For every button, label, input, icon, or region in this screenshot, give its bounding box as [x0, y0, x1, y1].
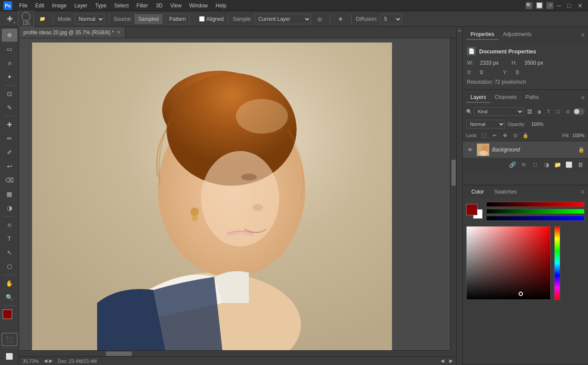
delete-layer-button[interactable]: 🗑: [576, 160, 585, 169]
menu-3d[interactable]: 3D: [152, 2, 166, 10]
layers-filter-select[interactable]: Kind: [474, 107, 524, 116]
diffusion-dropdown[interactable]: 5: [380, 14, 402, 24]
adjustment-button[interactable]: ◑: [542, 160, 551, 169]
close-button[interactable]: ✕: [578, 2, 585, 9]
menu-window[interactable]: Window: [186, 2, 212, 10]
tab-properties[interactable]: Properties: [466, 30, 499, 40]
path-select-tool[interactable]: ↖: [2, 246, 17, 259]
healing-tool-icon[interactable]: ✚ ▾: [3, 13, 16, 25]
lock-image-icon[interactable]: ✏: [490, 132, 498, 139]
properties-panel-menu[interactable]: ≡: [581, 31, 585, 38]
filter-type-icon[interactable]: T: [545, 108, 552, 115]
foreground-color-box[interactable]: [466, 204, 477, 215]
red-slider[interactable]: [486, 202, 585, 207]
maximize-button[interactable]: □: [567, 2, 574, 9]
pen-tool[interactable]: ⎋: [2, 218, 17, 231]
menu-type[interactable]: Type: [91, 2, 110, 10]
lock-artboard-icon[interactable]: ⊡: [511, 132, 519, 139]
eraser-tool[interactable]: ⌫: [2, 174, 17, 187]
tab-color[interactable]: Color: [466, 187, 489, 197]
layer-item-background[interactable]: 👁 Background 🔒: [463, 141, 588, 158]
sampled-button[interactable]: Sampled: [134, 14, 163, 24]
mask-button[interactable]: □: [531, 160, 539, 169]
tab-swatches[interactable]: Swatches: [489, 187, 522, 197]
foreground-color-swatch[interactable]: [3, 309, 12, 319]
move-tool[interactable]: ✥: [2, 29, 17, 42]
mode-dropdown[interactable]: Normal: [75, 14, 105, 24]
link-layers-button[interactable]: 🔗: [508, 160, 517, 169]
filter-pixel-icon[interactable]: 🖼: [526, 108, 533, 115]
menu-edit[interactable]: Edit: [32, 2, 48, 10]
blend-mode-dropdown[interactable]: Normal: [466, 120, 505, 128]
gradient-tool[interactable]: ▦: [2, 187, 17, 201]
menu-file[interactable]: File: [16, 2, 31, 10]
menu-image[interactable]: Image: [49, 2, 70, 10]
tab-paths[interactable]: Paths: [521, 92, 543, 103]
burn-tool[interactable]: ◑: [2, 201, 17, 214]
horizontal-scroll-thumb[interactable]: [106, 352, 132, 356]
filter-adjustment-icon[interactable]: ◑: [535, 108, 543, 115]
layers-panel-menu[interactable]: ≡: [581, 94, 585, 101]
next-arrow[interactable]: ▶: [49, 358, 52, 364]
scroll-right-arrow[interactable]: ▶: [449, 358, 453, 364]
filter-shape-icon[interactable]: ⬡: [554, 108, 562, 115]
text-tool[interactable]: T: [2, 232, 17, 245]
hue-slider[interactable]: [554, 226, 560, 300]
history-brush-tool[interactable]: ↩: [2, 160, 17, 173]
green-slider[interactable]: [486, 209, 585, 214]
brush-size-indicator[interactable]: 116: [18, 11, 34, 27]
lock-position-icon[interactable]: ✥: [501, 132, 509, 139]
filter-toggle[interactable]: [573, 108, 585, 115]
color-spectrum[interactable]: [466, 226, 551, 300]
prev-arrow[interactable]: ◀: [44, 358, 47, 364]
vertical-scrollbar[interactable]: [450, 38, 456, 350]
healing-tool[interactable]: ✚: [2, 118, 17, 131]
horizontal-scrollbar[interactable]: [19, 350, 450, 356]
menu-view[interactable]: View: [167, 2, 185, 10]
tab-adjustments[interactable]: Adjustments: [499, 30, 536, 40]
screen-mode-toggle[interactable]: ⬜: [2, 350, 17, 363]
minimize-button[interactable]: ─: [557, 2, 564, 9]
crop-tool[interactable]: ⊡: [2, 87, 17, 100]
vertical-scroll-thumb[interactable]: [451, 160, 456, 186]
lock-transparent-icon[interactable]: ⬛: [480, 132, 488, 139]
magic-wand-tool[interactable]: ✦: [2, 70, 17, 83]
menu-help[interactable]: Help: [212, 2, 230, 10]
shape-tool[interactable]: ⬡: [2, 260, 17, 273]
filter-smart-icon[interactable]: ⊙: [564, 108, 572, 115]
hand-tool[interactable]: ✋: [2, 277, 17, 290]
sample-dropdown[interactable]: Current Layer: [255, 14, 311, 24]
toggle-brush-panel[interactable]: 📁: [36, 13, 49, 25]
marquee-rect-tool[interactable]: ▭: [2, 43, 17, 56]
tab-channels[interactable]: Channels: [490, 92, 521, 103]
new-layer-button[interactable]: ⬜: [565, 160, 573, 169]
fx-button[interactable]: fx: [519, 160, 528, 169]
gutter-toggle[interactable]: ≫: [457, 29, 462, 33]
clone-source-icon[interactable]: ☀: [335, 13, 347, 25]
color-panel-menu[interactable]: ≡: [581, 188, 585, 195]
menu-filter[interactable]: Filter: [133, 2, 152, 10]
eyedropper-tool[interactable]: ✎: [2, 101, 17, 114]
group-button[interactable]: 📁: [553, 160, 562, 169]
layer-visibility-toggle[interactable]: 👁: [466, 146, 474, 154]
search-icon[interactable]: 🔍: [526, 2, 532, 9]
aligned-checkbox[interactable]: [199, 16, 205, 22]
ignore-adjustment-icon[interactable]: ◎: [314, 13, 326, 25]
menu-select[interactable]: Select: [111, 2, 132, 10]
brush-tool[interactable]: ✏: [2, 132, 17, 145]
quick-mask-toggle[interactable]: ⬛: [2, 333, 17, 346]
workspace-icon[interactable]: ⬜: [536, 2, 543, 9]
clone-tool[interactable]: ✐: [2, 146, 17, 159]
blue-slider[interactable]: [486, 216, 585, 221]
menu-layer[interactable]: Layer: [71, 2, 91, 10]
tab-layers[interactable]: Layers: [466, 92, 490, 103]
document-tab[interactable]: profile ideas 20.jpg @ 35.7% (RGB/8) * ✕: [19, 27, 125, 38]
scroll-left-arrow[interactable]: ◀: [441, 358, 444, 364]
canvas-image[interactable]: [32, 43, 392, 355]
pattern-button[interactable]: Pattern: [165, 14, 190, 24]
zoom-tool[interactable]: 🔍: [2, 291, 17, 304]
share-icon[interactable]: ↗: [546, 2, 553, 9]
lasso-tool[interactable]: ⌾: [2, 56, 17, 69]
lock-all-icon[interactable]: 🔒: [522, 132, 529, 139]
document-tab-close[interactable]: ✕: [117, 30, 121, 35]
